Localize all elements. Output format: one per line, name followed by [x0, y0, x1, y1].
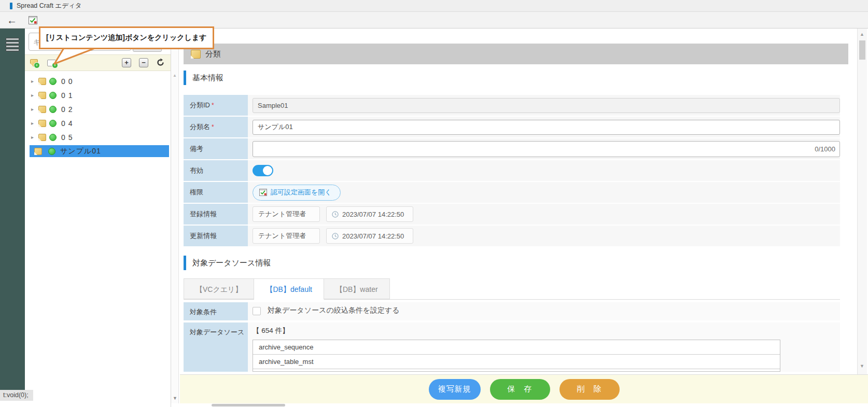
title-bar: Spread Craft エディタ [0, 0, 868, 12]
row-target-datasource: 対象データソース 【 654 件】 archive_sequence archi… [184, 322, 840, 372]
scroll-down-icon[interactable]: ▼ [860, 363, 864, 369]
registered-user: テナント管理者 [253, 206, 320, 222]
enabled-toggle[interactable] [253, 165, 273, 176]
tree-item[interactable]: ▸ 0 0 [25, 74, 171, 88]
main-content: 分類 基本情報 分類ID * 分類名 * [179, 29, 857, 407]
field-label: 更新情報 [190, 231, 217, 241]
folder-icon [38, 120, 46, 127]
folder-icon [38, 106, 46, 113]
status-bar-link-text: t:void(0); [0, 390, 33, 401]
back-button[interactable]: ← [7, 15, 17, 25]
folder-icon [38, 134, 46, 141]
field-label: 対象データソース [190, 328, 244, 337]
row-registered-info: 登録情報 テナント管理者 2023/07/07 14:22:50 [184, 204, 840, 226]
save-button[interactable]: 保 存 [490, 379, 550, 400]
field-label: 登録情報 [190, 209, 217, 219]
datasource-count: 【 654 件】 [253, 326, 289, 335]
spreadsheet-icon [259, 189, 267, 196]
row-enabled: 有効 [184, 160, 840, 182]
row-target-condition: 対象条件 対象データソースの絞込条件を設定する [184, 302, 840, 321]
expand-all-button[interactable]: + [122, 58, 131, 67]
field-label: 分類ID [190, 101, 210, 110]
callout-tail [49, 48, 106, 66]
status-dot-icon [49, 78, 57, 85]
tree-item[interactable]: ▸ 0 1 [25, 88, 171, 102]
field-label: 対象条件 [190, 307, 217, 317]
horizontal-scrollbar[interactable] [171, 403, 868, 407]
expand-arrow-icon[interactable]: ▸ [31, 134, 38, 140]
main-scrollbar[interactable]: ▲ ▼ [857, 29, 867, 374]
callout-text: [リストコンテンツ追加]ボタンをクリックします [46, 33, 207, 43]
app-window: Spread Craft エディタ ← + − [0, 0, 868, 407]
list-item[interactable]: archive_sequence [253, 340, 780, 355]
expand-arrow-icon[interactable]: ▸ [31, 106, 38, 112]
page-title: 分類 [205, 49, 221, 59]
row-remarks: 備考 0/1000 [184, 138, 840, 160]
tree-item-list: ▸ 0 0 ▸ 0 1 ▸ 0 2 ▸ 0 4 [25, 74, 171, 157]
folder-icon [38, 92, 46, 99]
tree-item[interactable]: ▸ 0 4 [25, 116, 171, 130]
status-dot-icon [49, 134, 57, 141]
open-authorization-button[interactable]: 認可設定画面を開く [253, 185, 341, 201]
expand-arrow-icon[interactable]: ▸ [31, 92, 38, 98]
row-category-id: 分類ID * [184, 95, 840, 117]
category-id-input[interactable] [253, 98, 840, 113]
remarks-input[interactable]: 0/1000 [253, 141, 840, 157]
menu-icon[interactable] [6, 38, 19, 52]
app-title: Spread Craft エディタ [17, 2, 82, 10]
required-mark: * [212, 123, 214, 131]
status-dot-icon [49, 120, 57, 127]
refresh-icon[interactable] [156, 58, 165, 67]
row-permission: 権限 認可設定画面を開く [184, 182, 840, 204]
expand-arrow-icon[interactable]: ▸ [31, 78, 38, 84]
tree-panel: + − ▸ 0 0 ▸ 0 1 ▸ [25, 29, 171, 407]
expand-arrow-icon[interactable]: ▸ [31, 120, 38, 126]
status-dot-icon [49, 106, 57, 113]
add-category-icon[interactable] [30, 59, 38, 66]
tab-vc-query[interactable]: 【VCクエリ】 [184, 278, 254, 299]
scrollbar-thumb[interactable] [212, 404, 285, 406]
delete-button[interactable]: 削 除 [559, 379, 620, 400]
tree-item-selected[interactable]: サンプル01 [30, 145, 169, 157]
app-logo-icon [10, 3, 12, 9]
side-nav-rail [0, 29, 25, 390]
category-name-input[interactable] [253, 120, 840, 135]
clock-icon [332, 211, 339, 218]
condition-checkbox[interactable] [253, 307, 261, 315]
scrollbar-thumb[interactable] [859, 40, 865, 60]
row-category-name: 分類名 * [184, 117, 840, 138]
condition-checkbox-label[interactable]: 対象データソースの絞込条件を設定する [268, 306, 400, 315]
required-mark: * [212, 102, 214, 109]
updated-datetime: 2023/07/07 14:22:50 [326, 228, 413, 244]
scroll-up-icon[interactable]: ▲ [860, 32, 864, 37]
tab-db-water[interactable]: 【DB】water [324, 278, 390, 299]
page-header: 分類 [184, 44, 848, 64]
tree-item[interactable]: ▸ 0 5 [25, 130, 171, 144]
field-label: 分類名 [190, 122, 210, 132]
tutorial-callout: [リストコンテンツ追加]ボタンをクリックします [39, 26, 214, 49]
scroll-up-icon[interactable]: ▲ [173, 73, 177, 78]
category-folder-icon [191, 50, 201, 59]
list-item[interactable]: b_m_account_attr_h [253, 369, 780, 372]
char-counter: 0/1000 [815, 145, 835, 153]
field-label: 備考 [190, 144, 203, 153]
row-updated-info: 更新情報 テナント管理者 2023/07/07 14:22:50 [184, 226, 840, 247]
datasource-list[interactable]: archive_sequence archive_table_mst b_m_a… [253, 340, 780, 372]
datasource-tabs: 【VCクエリ】 【DB】default 【DB】water [184, 278, 840, 300]
section-datasource-info: 対象データソース情報 [184, 255, 271, 271]
scroll-down-icon[interactable]: ▼ [173, 396, 177, 401]
status-dot-icon [48, 148, 55, 155]
tab-db-default[interactable]: 【DB】default [254, 278, 324, 300]
tree-scrollbar[interactable]: ▲ ▼ [171, 29, 179, 403]
spreadsheet-icon[interactable] [29, 16, 37, 24]
list-item[interactable]: archive_table_mst [253, 355, 780, 369]
collapse-all-button[interactable]: − [139, 58, 148, 67]
status-dot-icon [49, 92, 57, 99]
registered-datetime: 2023/07/07 14:22:50 [326, 206, 413, 222]
section-basic-info: 基本情報 [184, 70, 223, 86]
folder-icon [38, 78, 46, 85]
tree-item[interactable]: ▸ 0 2 [25, 102, 171, 116]
action-footer: 複写新規 保 存 削 除 [180, 374, 868, 403]
copy-new-button[interactable]: 複写新規 [429, 379, 481, 400]
updated-user: テナント管理者 [253, 228, 320, 244]
